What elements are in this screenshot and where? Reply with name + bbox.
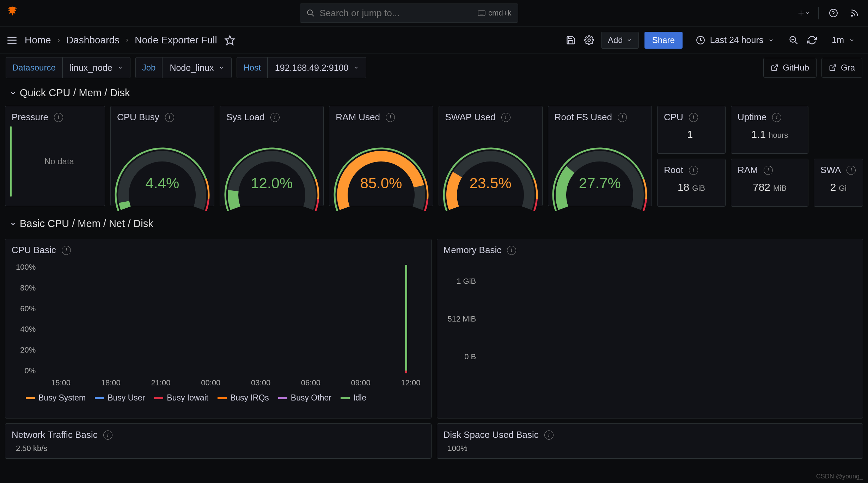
section-quick-header[interactable]: Quick CPU / Mem / Disk xyxy=(5,83,863,103)
panel-stat-uptime: Uptimei 1.1hours xyxy=(731,106,808,154)
stat-value: 1 xyxy=(687,128,693,140)
refresh-icon xyxy=(807,35,817,45)
panel-cpu-basic: CPU Basici 100%80%60%40%20%0% 15:0018:00… xyxy=(5,239,432,418)
stat-unit: GiB xyxy=(692,184,705,193)
info-icon[interactable]: i xyxy=(386,113,395,122)
add-panel-button[interactable]: Add xyxy=(601,32,639,49)
stat-value: 782 xyxy=(753,181,770,193)
settings-button[interactable] xyxy=(583,34,595,47)
info-icon[interactable]: i xyxy=(507,246,516,255)
var-job-select[interactable]: Node_linux xyxy=(162,57,232,78)
panel-title: Root FS Used xyxy=(555,112,612,123)
info-icon[interactable]: i xyxy=(270,113,280,122)
panel-mem-basic: Memory Basici 1 GiB512 MiB0 B 15:0018:00… xyxy=(437,239,863,418)
panel-pressure: Pressurei No data xyxy=(5,106,105,206)
gauge-value: 85.0% xyxy=(360,175,402,192)
news-button[interactable] xyxy=(848,7,861,19)
save-button[interactable] xyxy=(564,34,577,47)
panel-swap-used: SWAP Usedi 23.5% xyxy=(439,106,543,206)
panel-sys-load: Sys Loadi 12.0% xyxy=(220,106,324,206)
section-basic-header[interactable]: Basic CPU / Mem / Net / Disk xyxy=(5,214,863,234)
chevron-down-icon xyxy=(10,90,16,96)
github-link[interactable]: GitHub xyxy=(763,58,817,78)
kbd-hint: cmd+k xyxy=(478,8,511,18)
refresh-interval-button[interactable]: 1m xyxy=(824,32,862,49)
legend-item[interactable]: Idle xyxy=(341,393,366,403)
info-icon[interactable]: i xyxy=(689,166,698,175)
time-range-button[interactable]: Last 24 hours xyxy=(688,32,782,49)
add-menu-button[interactable] xyxy=(797,7,810,19)
panel-cpu-busy: CPU Busyi 4.4% xyxy=(110,106,214,206)
search-icon xyxy=(306,9,315,17)
plus-icon xyxy=(797,9,805,17)
stat-value: 1.1 xyxy=(751,128,766,140)
gear-icon xyxy=(584,35,594,45)
zoom-out-button[interactable] xyxy=(787,34,800,47)
star-button[interactable] xyxy=(224,34,236,47)
info-icon[interactable]: i xyxy=(846,166,856,175)
grafana-link[interactable]: Gra xyxy=(821,58,862,78)
legend-item[interactable]: Busy Iowait xyxy=(154,393,208,403)
menu-icon xyxy=(6,34,18,46)
external-link-icon xyxy=(771,64,778,72)
search-input[interactable] xyxy=(320,8,473,19)
chevron-down-icon xyxy=(219,65,224,71)
info-icon[interactable]: i xyxy=(62,246,71,255)
legend-item[interactable]: Busy User xyxy=(95,393,145,403)
var-host-label: Host xyxy=(237,57,267,78)
legend-item[interactable]: Busy Other xyxy=(278,393,331,403)
chevron-down-icon xyxy=(768,37,774,43)
info-icon[interactable]: i xyxy=(689,113,698,122)
chevron-down-icon xyxy=(626,37,632,43)
save-icon xyxy=(566,35,576,45)
search-box[interactable]: cmd+k xyxy=(300,4,518,23)
gauge-value: 4.4% xyxy=(146,175,179,192)
panel-title: Uptime xyxy=(738,112,766,123)
info-icon[interactable]: i xyxy=(501,113,511,122)
panel-stat-ram: RAMi 782MiB xyxy=(731,159,808,207)
info-icon[interactable]: i xyxy=(618,113,627,122)
divider xyxy=(818,7,819,19)
panel-title: RAM xyxy=(738,165,758,176)
external-link-icon xyxy=(829,64,837,72)
svg-marker-16 xyxy=(225,36,234,44)
panel-ram-used: RAM Usedi 85.0% xyxy=(329,106,433,206)
bc-home[interactable]: Home xyxy=(25,35,51,46)
chart-area[interactable] xyxy=(451,375,824,467)
bc-dashboards[interactable]: Dashboards xyxy=(66,35,120,46)
nav-row: Home › Dashboards › Node Exporter Full A… xyxy=(0,26,868,54)
stat-unit: hours xyxy=(769,131,788,140)
info-icon[interactable]: i xyxy=(54,113,63,122)
info-icon[interactable]: i xyxy=(103,430,112,440)
info-icon[interactable]: i xyxy=(764,166,773,175)
chart-area[interactable] xyxy=(41,263,414,375)
var-datasource-label: Datasource xyxy=(6,57,62,78)
help-button[interactable] xyxy=(827,7,840,19)
svg-line-22 xyxy=(774,65,777,68)
y-tick: 2.50 kb/s xyxy=(5,444,431,453)
svg-point-0 xyxy=(307,10,312,15)
info-icon[interactable]: i xyxy=(772,113,781,122)
chevron-down-icon xyxy=(805,11,810,16)
panel-title: CPU Basic xyxy=(12,245,56,256)
panel-title: SWA xyxy=(820,165,841,176)
var-host-select[interactable]: 192.168.49.2:9100 xyxy=(268,57,367,78)
legend-item[interactable]: Busy System xyxy=(26,393,86,403)
menu-toggle[interactable] xyxy=(6,34,18,47)
svg-point-10 xyxy=(830,9,837,17)
breadcrumb: Home › Dashboards › Node Exporter Full xyxy=(25,35,217,46)
svg-line-20 xyxy=(795,41,797,44)
refresh-button[interactable] xyxy=(806,34,818,47)
gauge-value: 12.0% xyxy=(251,175,293,192)
panel-title: CPU xyxy=(664,112,683,123)
grafana-logo[interactable] xyxy=(7,6,20,20)
stat-value: 2 xyxy=(830,181,836,193)
var-datasource-select[interactable]: linux_node xyxy=(62,57,130,78)
nodata-text: No data xyxy=(19,126,100,197)
panel-title: Pressure xyxy=(12,112,48,123)
info-icon[interactable]: i xyxy=(165,113,174,122)
chevron-down-icon xyxy=(849,37,855,43)
share-button[interactable]: Share xyxy=(644,32,683,49)
x-axis: 15:0018:0021:0000:0003:0006:0009:0012:00 xyxy=(16,375,421,387)
legend-item[interactable]: Busy IRQs xyxy=(218,393,269,403)
